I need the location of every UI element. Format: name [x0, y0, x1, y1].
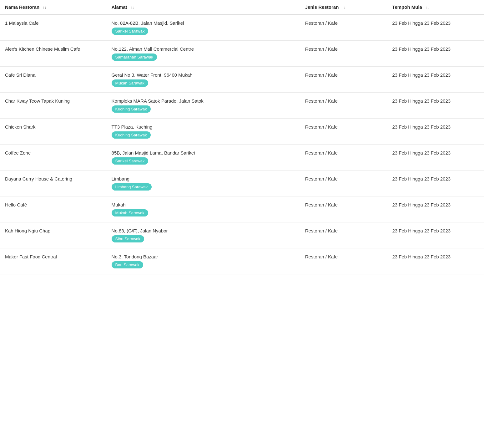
- col-nama-sort-icon[interactable]: ↑↓: [43, 5, 46, 10]
- restaurant-table: Nama Restoran ↑↓ Alamat ↑↓ Jenis Restora…: [0, 0, 484, 274]
- cell-tempoh-5: 23 Feb Hingga 23 Feb 2023: [387, 145, 484, 171]
- period-text: 23 Feb Hingga 23 Feb 2023: [392, 20, 451, 26]
- address-tag: Sarikei Sarawak: [112, 157, 149, 165]
- restaurant-name: Coffee Zone: [5, 150, 31, 155]
- col-header-alamat[interactable]: Alamat ↑↓: [107, 0, 300, 14]
- address-text: No.122, Aiman Mall Commercial Centre: [112, 46, 194, 52]
- cell-jenis-1: Restoran / Kafe: [300, 41, 387, 67]
- cell-alamat-5: 85B, Jalan Masjid Lama, Bandar SarikeiSa…: [107, 145, 300, 171]
- cell-jenis-0: Restoran / Kafe: [300, 14, 387, 41]
- address-tag: Sarikei Sarawak: [112, 28, 149, 35]
- main-table-container: Nama Restoran ↑↓ Alamat ↑↓ Jenis Restora…: [0, 0, 484, 274]
- address-tag: Sibu Sarawak: [112, 235, 144, 242]
- restaurant-name: Alex's Kitchen Chinese Muslim Cafe: [5, 46, 80, 52]
- col-jenis-sort-icon[interactable]: ↑↓: [342, 5, 345, 10]
- restaurant-name: Char Kway Teow Tapak Kuning: [5, 98, 70, 104]
- cell-jenis-3: Restoran / Kafe: [300, 93, 387, 119]
- cell-nama-4: Chicken Shark: [0, 119, 107, 145]
- cell-tempoh-0: 23 Feb Hingga 23 Feb 2023: [387, 14, 484, 41]
- cell-nama-1: Alex's Kitchen Chinese Muslim Cafe: [0, 41, 107, 67]
- address-text: Kompleks MARA Satok Parade, Jalan Satok: [112, 98, 204, 104]
- cell-alamat-9: No.3, Tondong BazaarBau Sarawak: [107, 248, 300, 274]
- address-tag: Samarahan Sarawak: [112, 53, 157, 61]
- period-text: 23 Feb Hingga 23 Feb 2023: [392, 254, 451, 259]
- table-row: Dayana Curry House & CateringLimbangLimb…: [0, 171, 484, 196]
- col-header-jenis[interactable]: Jenis Restoran ↑↓: [300, 0, 387, 14]
- cell-nama-0: 1 Malaysia Cafe: [0, 14, 107, 41]
- restaurant-name: Dayana Curry House & Catering: [5, 176, 72, 181]
- restaurant-type: Restoran / Kafe: [305, 150, 338, 155]
- address-tag: Kuching Sarawak: [112, 105, 151, 113]
- cell-tempoh-8: 23 Feb Hingga 23 Feb 2023: [387, 222, 484, 248]
- cell-nama-8: Kah Hiong Ngiu Chap: [0, 222, 107, 248]
- address-text: TT3 Plaza, Kuching: [112, 124, 153, 130]
- cell-tempoh-7: 23 Feb Hingga 23 Feb 2023: [387, 196, 484, 222]
- cell-alamat-1: No.122, Aiman Mall Commercial CentreSama…: [107, 41, 300, 67]
- cell-jenis-2: Restoran / Kafe: [300, 67, 387, 93]
- cell-jenis-7: Restoran / Kafe: [300, 196, 387, 222]
- col-tempoh-sort-icon[interactable]: ↑↓: [425, 5, 429, 10]
- address-tag: Kuching Sarawak: [112, 131, 151, 139]
- cell-tempoh-2: 23 Feb Hingga 23 Feb 2023: [387, 67, 484, 93]
- restaurant-name: Kah Hiong Ngiu Chap: [5, 228, 50, 233]
- period-text: 23 Feb Hingga 23 Feb 2023: [392, 72, 451, 78]
- cell-alamat-0: No. 82A-82B, Jalan Masjid, SarikeiSarike…: [107, 14, 300, 41]
- restaurant-type: Restoran / Kafe: [305, 254, 338, 259]
- cell-tempoh-6: 23 Feb Hingga 23 Feb 2023: [387, 171, 484, 196]
- col-tempoh-label: Tempoh Mula: [392, 4, 422, 10]
- restaurant-type: Restoran / Kafe: [305, 228, 338, 233]
- restaurant-type: Restoran / Kafe: [305, 46, 338, 52]
- restaurant-type: Restoran / Kafe: [305, 124, 338, 130]
- col-alamat-sort-icon[interactable]: ↑↓: [130, 5, 134, 10]
- period-text: 23 Feb Hingga 23 Feb 2023: [392, 124, 451, 130]
- restaurant-name: 1 Malaysia Cafe: [5, 20, 39, 26]
- period-text: 23 Feb Hingga 23 Feb 2023: [392, 228, 451, 233]
- address-tag: Limbang Sarawak: [112, 183, 152, 191]
- table-row: Cafe Sri DianaGerai No 3, Water Front, 9…: [0, 67, 484, 93]
- col-jenis-label: Jenis Restoran: [305, 4, 339, 10]
- table-header-row: Nama Restoran ↑↓ Alamat ↑↓ Jenis Restora…: [0, 0, 484, 14]
- restaurant-name: Hello Café: [5, 202, 27, 207]
- cell-alamat-3: Kompleks MARA Satok Parade, Jalan SatokK…: [107, 93, 300, 119]
- address-text: 85B, Jalan Masjid Lama, Bandar Sarikei: [112, 150, 195, 155]
- cell-jenis-8: Restoran / Kafe: [300, 222, 387, 248]
- period-text: 23 Feb Hingga 23 Feb 2023: [392, 98, 451, 104]
- cell-jenis-4: Restoran / Kafe: [300, 119, 387, 145]
- cell-jenis-6: Restoran / Kafe: [300, 171, 387, 196]
- period-text: 23 Feb Hingga 23 Feb 2023: [392, 202, 451, 207]
- table-row: Kah Hiong Ngiu ChapNo.83, (G/F), Jalan N…: [0, 222, 484, 248]
- cell-tempoh-3: 23 Feb Hingga 23 Feb 2023: [387, 93, 484, 119]
- address-tag: Mukah Sarawak: [112, 79, 148, 87]
- restaurant-name: Chicken Shark: [5, 124, 36, 130]
- restaurant-name: Maker Fast Food Central: [5, 254, 57, 259]
- cell-nama-6: Dayana Curry House & Catering: [0, 171, 107, 196]
- col-header-nama[interactable]: Nama Restoran ↑↓: [0, 0, 107, 14]
- cell-alamat-6: LimbangLimbang Sarawak: [107, 171, 300, 196]
- restaurant-type: Restoran / Kafe: [305, 72, 338, 78]
- table-row: Chicken SharkTT3 Plaza, KuchingKuching S…: [0, 119, 484, 145]
- cell-tempoh-4: 23 Feb Hingga 23 Feb 2023: [387, 119, 484, 145]
- table-row: Coffee Zone85B, Jalan Masjid Lama, Banda…: [0, 145, 484, 171]
- period-text: 23 Feb Hingga 23 Feb 2023: [392, 176, 451, 181]
- cell-alamat-7: MukahMukah Sarawak: [107, 196, 300, 222]
- cell-nama-3: Char Kway Teow Tapak Kuning: [0, 93, 107, 119]
- table-row: Char Kway Teow Tapak KuningKompleks MARA…: [0, 93, 484, 119]
- col-header-tempoh[interactable]: Tempoh Mula ↑↓: [387, 0, 484, 14]
- col-alamat-label: Alamat: [112, 4, 127, 10]
- address-text: Limbang: [112, 176, 130, 181]
- period-text: 23 Feb Hingga 23 Feb 2023: [392, 150, 451, 155]
- cell-jenis-9: Restoran / Kafe: [300, 248, 387, 274]
- cell-alamat-4: TT3 Plaza, KuchingKuching Sarawak: [107, 119, 300, 145]
- restaurant-type: Restoran / Kafe: [305, 176, 338, 181]
- address-text: No.3, Tondong Bazaar: [112, 254, 158, 259]
- restaurant-type: Restoran / Kafe: [305, 98, 338, 104]
- table-row: 1 Malaysia CafeNo. 82A-82B, Jalan Masjid…: [0, 14, 484, 41]
- cell-alamat-8: No.83, (G/F), Jalan NyaborSibu Sarawak: [107, 222, 300, 248]
- restaurant-type: Restoran / Kafe: [305, 202, 338, 207]
- address-tag: Bau Sarawak: [112, 261, 143, 268]
- cell-tempoh-1: 23 Feb Hingga 23 Feb 2023: [387, 41, 484, 67]
- col-nama-label: Nama Restoran: [5, 4, 39, 10]
- address-text: No.83, (G/F), Jalan Nyabor: [112, 228, 168, 233]
- cell-nama-5: Coffee Zone: [0, 145, 107, 171]
- cell-nama-9: Maker Fast Food Central: [0, 248, 107, 274]
